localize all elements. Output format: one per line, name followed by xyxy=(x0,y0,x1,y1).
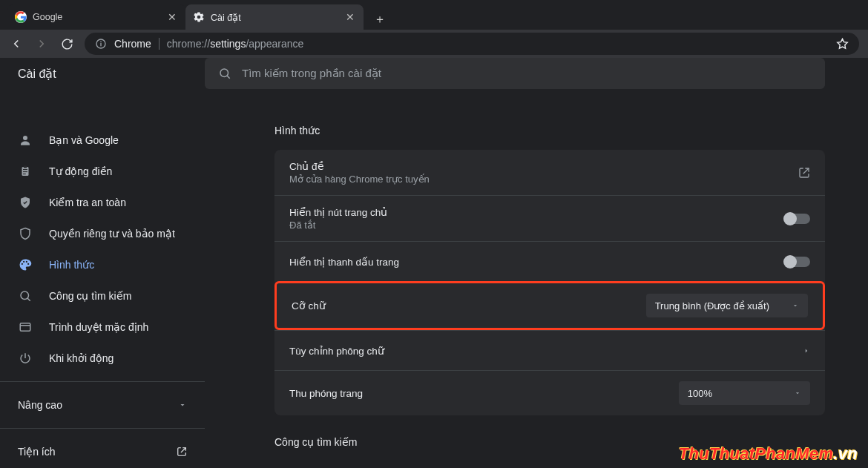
reload-button[interactable] xyxy=(59,36,74,51)
sidebar-item-label: Bạn và Google xyxy=(49,134,119,146)
sidebar-item-label: Trình duyệt mặc định xyxy=(49,321,148,333)
address-bar[interactable]: Chrome chrome://settings/appearance xyxy=(85,33,859,55)
sidebar-item-autofill[interactable]: Tự động điền xyxy=(0,156,205,187)
browser-toolbar: Chrome chrome://settings/appearance xyxy=(0,30,868,58)
toggle-show-home-button[interactable] xyxy=(785,214,810,224)
clipboard-icon xyxy=(18,164,33,179)
sidebar-item-label: Công cụ tìm kiếm xyxy=(49,290,131,302)
bookmark-star-icon[interactable] xyxy=(836,38,849,50)
browser-icon xyxy=(18,320,33,334)
row-theme-sub: Mở cửa hàng Chrome trực tuyến xyxy=(289,174,798,185)
select-page-zoom[interactable]: 100% xyxy=(679,381,810,405)
search-icon xyxy=(218,67,231,80)
new-tab-button[interactable]: ＋ xyxy=(369,9,390,30)
appearance-card: Chủ đề Mở cửa hàng Chrome trực tuyến Hiể… xyxy=(274,150,825,415)
svg-rect-2 xyxy=(100,41,101,42)
back-button[interactable] xyxy=(9,36,24,51)
sidebar-extensions-label: Tiện ích xyxy=(18,446,56,458)
site-info-icon[interactable] xyxy=(95,38,107,50)
search-placeholder: Tìm kiếm trong phần cài đặt xyxy=(242,67,381,80)
sidebar-item-default-browser[interactable]: Trình duyệt mặc định xyxy=(0,312,205,343)
row-customize-fonts[interactable]: Tùy chỉnh phông chữ xyxy=(274,330,825,370)
browser-tabstrip: Google ✕ Cài đặt ✕ ＋ xyxy=(0,0,868,30)
row-page-zoom[interactable]: Thu phóng trang 100% xyxy=(274,370,825,415)
sidebar-item-label: Quyền riêng tư và bảo mật xyxy=(49,228,175,240)
caret-down-icon xyxy=(794,389,801,397)
row-theme[interactable]: Chủ đề Mở cửa hàng Chrome trực tuyến xyxy=(274,150,825,195)
person-icon xyxy=(18,133,33,148)
settings-search[interactable]: Tìm kiếm trong phần cài đặt xyxy=(205,58,825,89)
settings-body: Bạn và Google Tự động điền Kiểm tra an t… xyxy=(0,111,868,468)
section-title-search-engine: Công cụ tìm kiếm xyxy=(274,436,825,448)
sidebar-item-label: Khi khởi động xyxy=(49,352,114,364)
row-show-home-button[interactable]: Hiển thị nút trang chủ Đã tắt xyxy=(274,195,825,241)
row-bookmarks-title: Hiển thị thanh dấu trang xyxy=(289,256,785,268)
close-icon[interactable]: ✕ xyxy=(344,11,356,23)
select-font-size[interactable]: Trung bình (Được đề xuất) xyxy=(646,294,808,317)
svg-point-10 xyxy=(21,291,29,300)
settings-content: Hình thức Chủ đề Mở cửa hàng Chrome trực… xyxy=(205,111,868,468)
tab-title: Google xyxy=(33,12,166,22)
settings-header: Cài đặt Tìm kiếm trong phần cài đặt xyxy=(0,58,868,89)
svg-rect-9 xyxy=(23,174,26,174)
svg-rect-1 xyxy=(100,43,101,47)
tab-settings[interactable]: Cài đặt ✕ xyxy=(185,4,364,30)
separator xyxy=(0,428,205,429)
power-icon xyxy=(18,351,33,366)
select-font-size-value: Trung bình (Được đề xuất) xyxy=(655,300,769,312)
sidebar-item-search-engine[interactable]: Công cụ tìm kiếm xyxy=(0,280,205,312)
sidebar-advanced-label: Nâng cao xyxy=(18,399,62,411)
select-page-zoom-value: 100% xyxy=(688,388,712,399)
settings-sidebar: Bạn và Google Tự động điền Kiểm tra an t… xyxy=(0,111,205,468)
external-link-icon xyxy=(177,446,187,457)
svg-rect-8 xyxy=(23,171,27,172)
sidebar-item-safety-check[interactable]: Kiểm tra an toàn xyxy=(0,187,205,218)
gear-icon xyxy=(193,11,205,23)
sidebar-item-appearance[interactable]: Hình thức xyxy=(0,249,205,280)
toggle-show-bookmarks-bar[interactable] xyxy=(785,257,810,267)
section-title-appearance: Hình thức xyxy=(274,125,825,136)
row-customize-fonts-label: Tùy chỉnh phông chữ xyxy=(289,345,803,357)
caret-down-icon xyxy=(792,302,799,309)
forward-button[interactable] xyxy=(34,36,49,51)
sidebar-item-label: Hình thức xyxy=(49,259,94,271)
chevron-down-icon xyxy=(178,401,187,409)
address-scheme-label: Chrome xyxy=(114,38,151,50)
search-icon xyxy=(18,289,33,303)
row-home-sub: Đã tắt xyxy=(289,220,785,231)
palette-icon xyxy=(18,257,33,272)
divider xyxy=(159,38,160,50)
tab-title: Cài đặt xyxy=(211,12,344,23)
chevron-right-icon xyxy=(803,346,810,356)
sidebar-item-label: Kiểm tra an toàn xyxy=(49,197,126,208)
svg-rect-6 xyxy=(24,166,27,168)
address-url: chrome://settings/appearance xyxy=(167,38,303,50)
close-icon[interactable]: ✕ xyxy=(166,11,178,23)
svg-rect-11 xyxy=(20,323,30,332)
settings-title: Cài đặt xyxy=(0,67,205,81)
svg-point-4 xyxy=(23,136,27,140)
shield-check-icon xyxy=(18,195,33,210)
row-theme-title: Chủ đề xyxy=(289,160,798,172)
sidebar-extensions[interactable]: Tiện ích xyxy=(0,436,205,467)
svg-point-3 xyxy=(220,69,228,77)
google-favicon xyxy=(15,11,27,23)
sidebar-item-on-startup[interactable]: Khi khởi động xyxy=(0,343,205,374)
sidebar-item-you-and-google[interactable]: Bạn và Google xyxy=(0,125,205,156)
sidebar-advanced[interactable]: Nâng cao xyxy=(0,389,205,421)
row-home-title: Hiển thị nút trang chủ xyxy=(289,206,785,218)
row-font-size-label: Cỡ chữ xyxy=(292,300,646,312)
sidebar-item-label: Tự động điền xyxy=(49,165,112,177)
row-show-bookmarks-bar[interactable]: Hiển thị thanh dấu trang xyxy=(274,241,825,281)
row-page-zoom-label: Thu phóng trang xyxy=(289,388,679,399)
svg-rect-7 xyxy=(23,169,27,170)
external-link-icon xyxy=(798,167,810,179)
tab-google[interactable]: Google ✕ xyxy=(7,4,185,30)
row-font-size[interactable]: Cỡ chữ Trung bình (Được đề xuất) xyxy=(274,281,825,330)
separator xyxy=(0,381,205,382)
sidebar-item-privacy[interactable]: Quyền riêng tư và bảo mật xyxy=(0,218,205,249)
shield-icon xyxy=(18,226,33,241)
